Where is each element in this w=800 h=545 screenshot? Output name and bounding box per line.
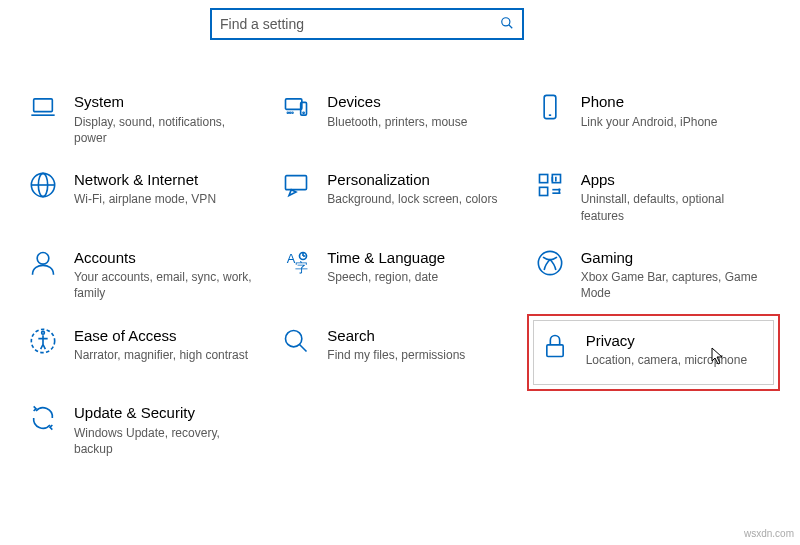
tile-title: Ease of Access: [74, 326, 255, 346]
phone-icon: [535, 92, 565, 122]
svg-point-8: [290, 112, 291, 113]
tile-title: Time & Language: [327, 248, 508, 268]
devices-icon: [281, 92, 311, 122]
accessibility-icon: [28, 326, 58, 356]
tile-devices[interactable]: Devices Bluetooth, printers, mouse: [273, 80, 526, 158]
tile-desc: Speech, region, date: [327, 269, 508, 285]
tile-desc: Xbox Game Bar, captures, Game Mode: [581, 269, 762, 301]
highlight-privacy: Privacy Location, camera, microphone: [527, 314, 780, 392]
tile-accounts[interactable]: Accounts Your accounts, email, sync, wor…: [20, 236, 273, 314]
apps-icon: [535, 170, 565, 200]
tile-time-language[interactable]: A字 Time & Language Speech, region, date: [273, 236, 526, 314]
tile-title: Phone: [581, 92, 762, 112]
tile-desc: Link your Android, iPhone: [581, 114, 762, 130]
laptop-icon: [28, 92, 58, 122]
svg-rect-35: [546, 344, 562, 356]
tile-title: Personalization: [327, 170, 508, 190]
tile-desc: Uninstall, defaults, optional features: [581, 191, 762, 223]
globe-icon: [28, 170, 58, 200]
tile-phone[interactable]: Phone Link your Android, iPhone: [527, 80, 780, 158]
tile-desc: Location, camera, microphone: [586, 352, 757, 368]
svg-rect-4: [286, 99, 302, 110]
xbox-icon: [535, 248, 565, 278]
search-box[interactable]: [210, 8, 524, 40]
search-wrap: [0, 0, 800, 40]
svg-point-0: [502, 17, 510, 25]
tile-privacy[interactable]: Privacy Location, camera, microphone: [540, 329, 767, 371]
tile-desc: Bluetooth, printers, mouse: [327, 114, 508, 130]
tile-title: Gaming: [581, 248, 762, 268]
paintbrush-icon: [281, 170, 311, 200]
tile-title: Network & Internet: [74, 170, 255, 190]
tile-system[interactable]: System Display, sound, notifications, po…: [20, 80, 273, 158]
tile-desc: Display, sound, notifications, power: [74, 114, 255, 146]
tile-title: Apps: [581, 170, 762, 190]
svg-line-34: [300, 344, 307, 351]
tile-title: System: [74, 92, 255, 112]
svg-point-33: [286, 330, 302, 346]
search-icon: [500, 16, 514, 33]
svg-point-24: [37, 252, 49, 264]
svg-point-30: [538, 251, 561, 274]
watermark: wsxdn.com: [744, 528, 794, 539]
tile-title: Accounts: [74, 248, 255, 268]
tile-apps[interactable]: Apps Uninstall, defaults, optional featu…: [527, 158, 780, 236]
tile-search[interactable]: Search Find my files, permissions: [273, 314, 526, 392]
svg-rect-18: [539, 187, 547, 195]
tile-desc: Your accounts, email, sync, work, family: [74, 269, 255, 301]
svg-point-9: [292, 112, 293, 113]
user-icon: [28, 248, 58, 278]
tile-network[interactable]: Network & Internet Wi-Fi, airplane mode,…: [20, 158, 273, 236]
tile-desc: Background, lock screen, colors: [327, 191, 508, 207]
tile-update-security[interactable]: Update & Security Windows Update, recove…: [20, 391, 273, 469]
tile-gaming[interactable]: Gaming Xbox Game Bar, captures, Game Mod…: [527, 236, 780, 314]
tile-desc: Find my files, permissions: [327, 347, 508, 363]
tile-ease-of-access[interactable]: Ease of Access Narrator, magnifier, high…: [20, 314, 273, 392]
tile-title: Update & Security: [74, 403, 255, 423]
lock-icon: [540, 331, 570, 361]
magnifier-icon: [281, 326, 311, 356]
svg-text:字: 字: [295, 260, 308, 275]
tile-personalization[interactable]: Personalization Background, lock screen,…: [273, 158, 526, 236]
tile-desc: Windows Update, recovery, backup: [74, 425, 255, 457]
svg-line-1: [509, 24, 513, 28]
svg-point-32: [42, 331, 45, 334]
sync-icon: [28, 403, 58, 433]
search-input[interactable]: [220, 16, 500, 32]
cursor-icon: [711, 347, 725, 368]
svg-point-7: [288, 112, 289, 113]
svg-rect-2: [34, 99, 53, 112]
tile-desc: Wi-Fi, airplane mode, VPN: [74, 191, 255, 207]
tile-title: Devices: [327, 92, 508, 112]
svg-rect-16: [539, 174, 547, 182]
translate-icon: A字: [281, 248, 311, 278]
tile-desc: Narrator, magnifier, high contrast: [74, 347, 255, 363]
svg-rect-15: [286, 176, 307, 190]
settings-grid: System Display, sound, notifications, po…: [0, 40, 800, 469]
svg-point-6: [303, 112, 304, 113]
tile-title: Search: [327, 326, 508, 346]
tile-title: Privacy: [586, 331, 757, 351]
